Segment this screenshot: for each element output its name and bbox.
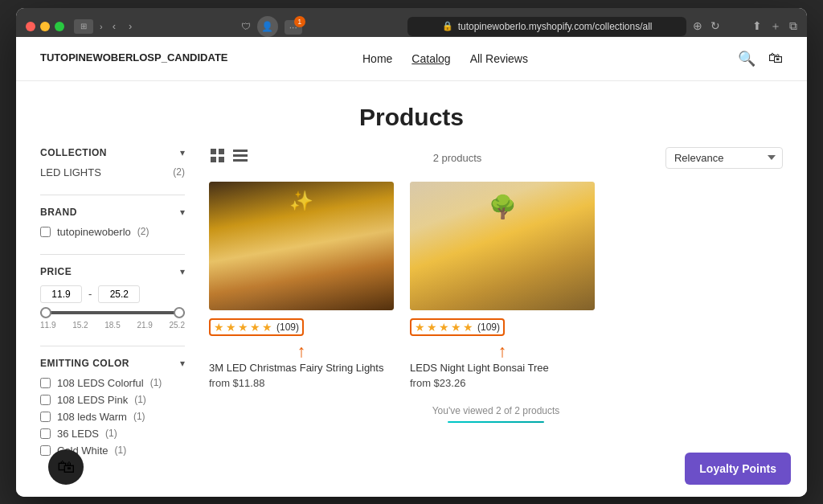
grid-view-btn[interactable]	[209, 147, 227, 169]
url-text: tutopinewoberlo.myshopify.com/collection…	[458, 21, 653, 32]
color-item-3[interactable]: 36 LEDS (1)	[40, 428, 185, 440]
view-toggles	[209, 147, 249, 169]
color-label-0: 108 LEDS Colorful	[57, 377, 144, 389]
color-item-0[interactable]: 108 LEDS Colorful (1)	[40, 377, 185, 389]
brand-checkbox[interactable]	[40, 227, 51, 237]
annotation-arrow-1: ↑	[498, 341, 507, 362]
products-grid: ✨ ★ ★ ★ ★ ★ (109) ↑	[209, 182, 595, 389]
browser-window: ⊞ › ‹ › 🛡 👤 ··· 1 🔒 tutopinewoberlo.mysh…	[16, 8, 807, 497]
maximize-button[interactable]	[55, 22, 64, 31]
traffic-lights	[26, 22, 64, 31]
color-label-3: 36 LEDS	[57, 428, 99, 440]
search-icon[interactable]: 🔍	[738, 50, 755, 68]
nav-catalog[interactable]: Catalog	[412, 52, 450, 65]
brand-label: tutopinewoberlo	[57, 226, 131, 238]
brand-checkbox-item[interactable]: tutopinewoberlo (2)	[40, 226, 185, 238]
cart-icon[interactable]: 🛍	[768, 50, 783, 68]
price-label-2: 15.2	[72, 321, 88, 330]
product-price-1: from $23.26	[410, 377, 595, 389]
store-header: TUTOPINEWOBERLOSP_CANDIDATE Home Catalog…	[16, 37, 807, 81]
review-count-1: (109)	[477, 322, 500, 333]
notification-badge: 1	[294, 16, 305, 27]
svg-rect-1	[219, 149, 224, 154]
star-3: ★	[238, 321, 248, 334]
color-item-1[interactable]: 108 LEDS Pink (1)	[40, 394, 185, 406]
products-toolbar: 2 products Relevance Price: Low to High …	[209, 147, 783, 169]
collection-filter-section: COLLECTION ▾ LED LIGHTS (2)	[40, 147, 185, 178]
page-title-section: Products	[16, 81, 807, 147]
address-bar[interactable]: 🔒 tutopinewoberlo.myshopify.com/collecti…	[407, 17, 686, 36]
brand-count: (2)	[137, 226, 149, 237]
page-content: TUTOPINEWOBERLOSP_CANDIDATE Home Catalog…	[16, 37, 807, 497]
price-slider-fill	[40, 311, 185, 314]
star-4b: ★	[451, 321, 461, 334]
color-filter-header[interactable]: EMITTING COLOR ▾	[40, 358, 185, 369]
product-rating-0: ★ ★ ★ ★ ★ (109)	[209, 318, 304, 336]
price-filter-title: PRICE	[40, 266, 72, 277]
browser-chrome: ⊞ › ‹ › 🛡 👤 ··· 1 🔒 tutopinewoberlo.mysh…	[16, 8, 807, 37]
browser-toolbar: ⊕ ↻ ⬆ ＋ ⧉	[693, 19, 797, 34]
product-card-0[interactable]: ✨ ★ ★ ★ ★ ★ (109) ↑	[209, 182, 394, 389]
nav-reviews[interactable]: All Reviews	[470, 52, 528, 65]
shopify-badge[interactable]: 🛍	[48, 449, 84, 485]
sidebar: COLLECTION ▾ LED LIGHTS (2) BRAND ▾	[40, 147, 185, 473]
color-chevron-icon: ▾	[180, 358, 185, 369]
shopify-icon: 🛍	[57, 457, 75, 477]
back-btn[interactable]: ‹	[109, 18, 119, 34]
forward-btn[interactable]: ›	[125, 18, 135, 34]
divider-2	[40, 254, 185, 255]
color-checkbox-1[interactable]	[40, 395, 51, 405]
color-checkbox-0[interactable]	[40, 378, 51, 388]
user-avatar: 👤	[257, 16, 278, 37]
minimize-button[interactable]	[40, 22, 50, 31]
price-min-input[interactable]	[40, 285, 82, 303]
svg-rect-0	[211, 149, 216, 154]
product-image-1: 🌳	[410, 182, 595, 310]
page-title: Products	[16, 104, 807, 131]
collection-item-led[interactable]: LED LIGHTS (2)	[40, 166, 185, 178]
price-thumb-max[interactable]	[174, 307, 185, 318]
collection-filter-header[interactable]: COLLECTION ▾	[40, 147, 185, 158]
price-slider-track[interactable]	[40, 311, 185, 314]
window-layout-btn[interactable]: ⊞	[74, 19, 93, 34]
color-label-2: 108 leds Warm	[57, 411, 127, 423]
star-2: ★	[226, 321, 236, 334]
brand-filter-header[interactable]: BRAND ▾	[40, 207, 185, 218]
products-area: 2 products Relevance Price: Low to High …	[209, 147, 783, 473]
viewed-underline	[448, 421, 544, 423]
star-1: ★	[214, 321, 224, 334]
share-icon[interactable]: ⬆	[752, 19, 762, 34]
color-item-2[interactable]: 108 leds Warm (1)	[40, 411, 185, 423]
color-checkbox-4[interactable]	[40, 445, 51, 456]
price-max-input[interactable]	[98, 285, 140, 303]
color-checkbox-2[interactable]	[40, 412, 51, 422]
product-card-1[interactable]: 🌳 ★ ★ ★ ★ ★ (109) ↑	[410, 182, 595, 389]
price-label-3: 18.5	[104, 321, 120, 330]
price-labels: 11.9 15.2 18.5 21.9 25.2	[40, 321, 185, 330]
store-header-icons: 🔍 🛍	[738, 50, 783, 68]
price-separator: -	[88, 288, 92, 300]
sort-select[interactable]: Relevance Price: Low to High Price: High…	[665, 147, 783, 169]
nav-home[interactable]: Home	[362, 52, 392, 65]
product-price-0: from $11.88	[209, 377, 394, 389]
color-count-1: (1)	[134, 394, 146, 405]
price-filter-header[interactable]: PRICE ▾	[40, 266, 185, 277]
divider-3	[40, 346, 185, 346]
translate-icon[interactable]: ⊕	[693, 19, 702, 34]
price-filter-section: PRICE ▾ - 11.9 15.2	[40, 266, 185, 330]
close-button[interactable]	[26, 22, 35, 31]
price-thumb-min[interactable]	[40, 307, 51, 318]
refresh-icon[interactable]: ↻	[710, 19, 720, 34]
svg-rect-5	[233, 154, 248, 157]
color-checkbox-3[interactable]	[40, 428, 51, 439]
brand-chevron-icon: ▾	[180, 207, 185, 218]
price-label-5: 25.2	[170, 321, 185, 330]
collection-chevron-icon: ▾	[180, 147, 185, 158]
list-view-btn[interactable]	[231, 147, 249, 169]
loyalty-points-button[interactable]: Loyalty Points	[685, 453, 791, 485]
star-half: ★	[262, 321, 272, 334]
new-tab-icon[interactable]: ＋	[770, 19, 781, 34]
star-4: ★	[250, 321, 260, 334]
duplicate-icon[interactable]: ⧉	[789, 19, 797, 34]
svg-rect-4	[233, 150, 248, 152]
